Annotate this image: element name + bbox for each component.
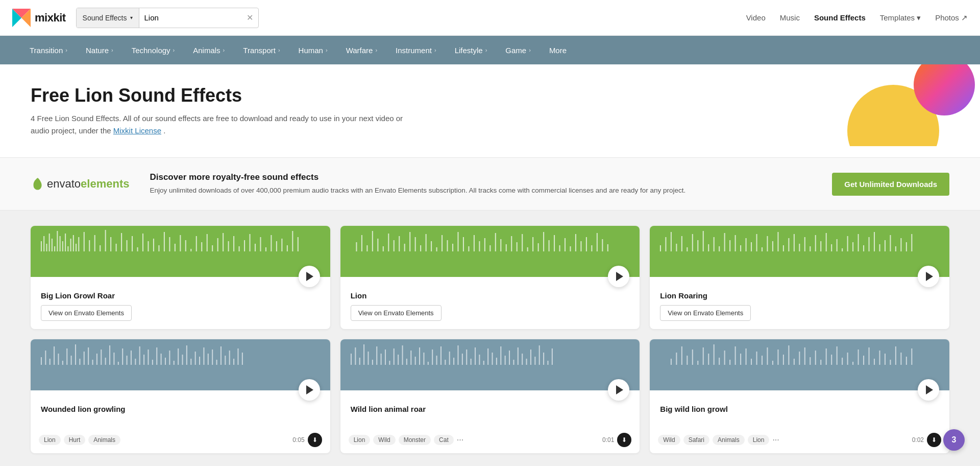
play-icon: [616, 272, 623, 281]
notification-badge[interactable]: 3: [943, 429, 965, 451]
waveform-big-wild-lion[interactable]: [650, 339, 949, 390]
tag-lion-4[interactable]: Lion: [349, 435, 371, 445]
card-title-3: Wounded lion growling: [41, 405, 320, 413]
hero-decoration: [827, 64, 980, 146]
nav-links: Video Music Sound Effects Templates ▾ Ph…: [746, 13, 968, 22]
envato-leaf-icon: [31, 177, 45, 191]
cat-warfare[interactable]: Warfare ›: [337, 36, 386, 64]
tag-lion[interactable]: Lion: [39, 435, 61, 445]
cat-technology[interactable]: Technology ›: [122, 36, 184, 64]
cat-more[interactable]: More: [540, 36, 576, 64]
card-info-3: Wounded lion growling: [31, 390, 330, 427]
tag-animals[interactable]: Animals: [88, 435, 120, 445]
card-title-2: Lion Roaring: [660, 291, 939, 300]
cat-instrument[interactable]: Instrument ›: [386, 36, 446, 64]
download-button-4[interactable]: ⬇: [617, 433, 631, 447]
sound-card-0: Big Lion Growl Roar View on Envato Eleme…: [31, 226, 330, 329]
card-footer-5: Wild Safari Animals Lion ··· 0:02 ⬇: [650, 427, 949, 453]
waveform-big-lion-growl[interactable]: [31, 226, 330, 277]
download-button-3[interactable]: ⬇: [308, 433, 322, 447]
view-on-envato-button-2[interactable]: View on Envato Elements: [660, 305, 751, 321]
duration-3: 0:05: [292, 436, 304, 444]
more-tags-button-4[interactable]: ···: [457, 435, 463, 445]
sound-card-2: Lion Roaring View on Envato Elements: [650, 226, 949, 329]
cat-transport[interactable]: Transport ›: [234, 36, 289, 64]
waveform-svg: [31, 226, 330, 277]
view-on-envato-button-0[interactable]: View on Envato Elements: [41, 305, 132, 321]
logo-icon: [12, 9, 31, 27]
waveform-lion[interactable]: [340, 226, 640, 277]
tag-animals-5[interactable]: Animals: [713, 435, 745, 445]
sound-card-3: Wounded lion growling Lion Hurt Animals …: [31, 339, 330, 453]
nav-templates-label: Templates: [880, 13, 915, 22]
cat-lifestyle[interactable]: Lifestyle ›: [446, 36, 497, 64]
top-cards-grid: Big Lion Growl Roar View on Envato Eleme…: [31, 226, 949, 329]
nav-sound-effects[interactable]: Sound Effects: [814, 13, 866, 22]
search-input[interactable]: [139, 13, 241, 22]
cat-animals[interactable]: Animals ›: [184, 36, 234, 64]
logo-text: mixkit: [35, 11, 66, 25]
search-clear-button[interactable]: ✕: [241, 13, 258, 22]
nav-templates[interactable]: Templates ▾: [880, 13, 921, 22]
cat-game[interactable]: Game ›: [496, 36, 540, 64]
envato-logo-text: envatoelements: [47, 177, 129, 191]
logo[interactable]: mixkit: [12, 9, 66, 27]
more-tags-button-5[interactable]: ···: [772, 435, 779, 445]
search-type-label: Sound Effects: [83, 14, 127, 22]
card-footer-4: Lion Wild Monster Cat ··· 0:01 ⬇: [340, 427, 640, 453]
download-button-5[interactable]: ⬇: [927, 433, 941, 447]
play-button-0[interactable]: [299, 266, 320, 287]
tag-lion-5[interactable]: Lion: [748, 435, 770, 445]
card-title-0: Big Lion Growl Roar: [41, 291, 320, 300]
tag-wild-4[interactable]: Wild: [373, 435, 395, 445]
cat-transition[interactable]: Transition ›: [20, 36, 77, 64]
bottom-cards-grid: Wounded lion growling Lion Hurt Animals …: [31, 339, 949, 453]
tag-hurt[interactable]: Hurt: [64, 435, 86, 445]
waveform-svg: [650, 226, 949, 277]
envato-description: Discover more royalty-free sound effects…: [150, 172, 812, 196]
nav-music[interactable]: Music: [780, 13, 800, 22]
play-button-3[interactable]: [299, 379, 320, 401]
play-button-2[interactable]: [918, 266, 939, 287]
waveform-wild-lion[interactable]: [340, 339, 640, 390]
waveform-svg: [340, 339, 640, 390]
tag-wild-5[interactable]: Wild: [658, 435, 680, 445]
get-unlimited-downloads-button[interactable]: Get Unlimited Downloads: [832, 173, 949, 196]
play-icon: [616, 385, 623, 394]
envato-logo: envatoelements: [31, 177, 129, 191]
cat-nature[interactable]: Nature ›: [77, 36, 122, 64]
hero-description: 4 Free Lion Sound Effects. All of our so…: [31, 112, 413, 137]
card-title-5: Big wild lion growl: [660, 405, 939, 413]
envato-body: Enjoy unlimited downloads of over 400,00…: [150, 185, 812, 196]
nav-video[interactable]: Video: [746, 13, 766, 22]
chevron-right-icon: ›: [326, 47, 328, 53]
tag-cat-4[interactable]: Cat: [434, 435, 454, 445]
chevron-right-icon: ›: [485, 47, 487, 53]
card-title-1: Lion: [351, 291, 630, 300]
chevron-down-icon: ▾: [917, 13, 921, 22]
tag-monster-4[interactable]: Monster: [399, 435, 431, 445]
hero-section: Free Lion Sound Effects 4 Free Lion Soun…: [0, 64, 980, 157]
play-button-5[interactable]: [918, 379, 939, 401]
play-icon: [306, 385, 313, 394]
tag-safari-5[interactable]: Safari: [683, 435, 709, 445]
view-on-envato-button-1[interactable]: View on Envato Elements: [351, 305, 442, 321]
chevron-right-icon: ›: [278, 47, 280, 53]
envato-banner: envatoelements Discover more royalty-fre…: [0, 157, 980, 211]
waveform-wounded-lion[interactable]: [31, 339, 330, 390]
page-title: Free Lion Sound Effects: [31, 85, 413, 106]
sound-card-1: Lion View on Envato Elements: [340, 226, 640, 329]
cat-human[interactable]: Human ›: [289, 36, 337, 64]
waveform-svg: [340, 226, 640, 277]
play-icon: [306, 272, 313, 281]
chevron-right-icon: ›: [434, 47, 436, 53]
search-type-button[interactable]: Sound Effects ▾: [77, 8, 139, 28]
sound-card-4: Wild lion animal roar Lion Wild Monster …: [340, 339, 640, 453]
nav-photos[interactable]: Photos ↗: [935, 13, 968, 22]
mixkit-license-link[interactable]: Mixkit License: [113, 126, 161, 135]
card-info-1: Lion View on Envato Elements: [340, 277, 640, 329]
play-icon: [926, 272, 933, 281]
envato-title: Discover more royalty-free sound effects: [150, 172, 812, 182]
card-info-0: Big Lion Growl Roar View on Envato Eleme…: [31, 277, 330, 329]
waveform-lion-roaring[interactable]: [650, 226, 949, 277]
